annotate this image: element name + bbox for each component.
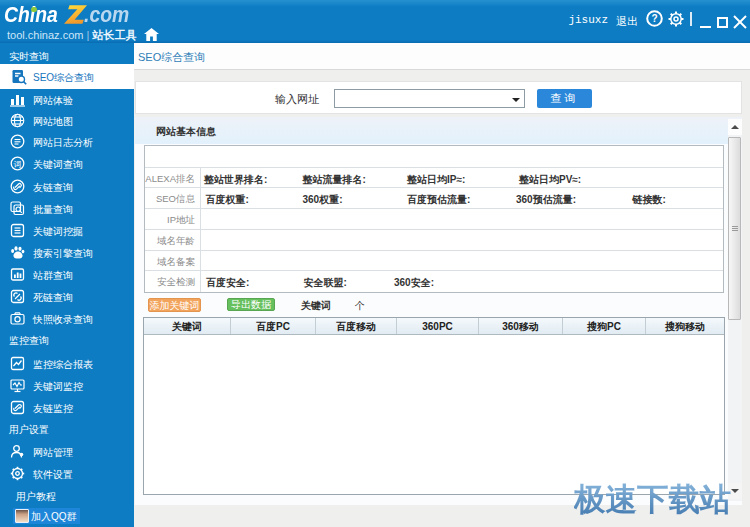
svg-text:?: ? — [651, 13, 657, 24]
svg-text:词: 词 — [14, 159, 22, 168]
